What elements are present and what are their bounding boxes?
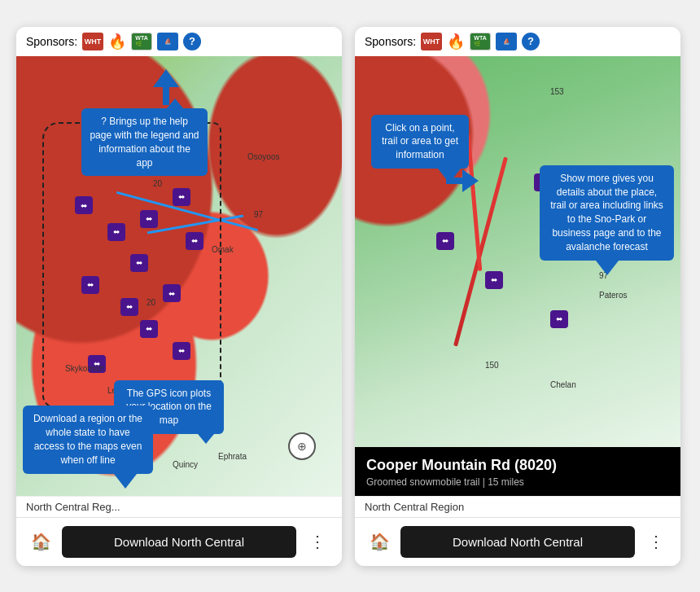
road-chelan: Chelan	[550, 380, 576, 389]
arrow-up-help	[153, 69, 179, 105]
road-label-osoyoos: Osoyoos	[247, 152, 279, 161]
sponsors-label-right: Sponsors:	[365, 35, 416, 48]
sponsor-forta-right: ⛵	[496, 33, 517, 50]
download-button-left[interactable]: Download North Central	[62, 526, 296, 558]
info-panel-right: Cooper Mountain Rd (8020) Groomed snowmo…	[355, 447, 680, 496]
sponsors-bar-right: Sponsors: WHT 🔥 WTA🌿 ⛵ ?	[355, 27, 680, 56]
home-button-right[interactable]: 🏠	[365, 527, 394, 556]
left-phone: Sponsors: WHT 🔥 WTA🌿 ⛵ ? 3 Osoyoos Omak …	[16, 27, 342, 566]
callout-click-right: Click on a point, trail or area to get i…	[371, 115, 469, 169]
callout-showmore-right: Show more gives you details about the pl…	[540, 165, 674, 261]
bottom-bar-right: 🏠 Download North Central ⋮	[355, 517, 680, 566]
arrow-left-trail	[446, 169, 479, 192]
sponsor-wht-right: WHT	[421, 33, 442, 50]
help-button-left[interactable]: ?	[183, 33, 201, 50]
sponsor-flame-left: 🔥	[108, 33, 126, 50]
sponsor-wht-left: WHT	[82, 33, 103, 50]
bottom-bar-left: 🏠 Download North Central ⋮	[16, 517, 342, 566]
trail-marker-r2[interactable]	[436, 232, 454, 250]
region-label-left: North Central Reg...	[16, 496, 342, 517]
callout-download-left: Download a region or the whole state to …	[23, 406, 153, 473]
home-button-left[interactable]: 🏠	[26, 527, 55, 556]
sponsor-wta-left: WTA🌿	[131, 33, 152, 50]
map-left[interactable]: 3 Osoyoos Omak 20 20 Skykomish Leavenwor…	[16, 56, 342, 496]
road-label-ephrata: Ephrata	[218, 452, 247, 461]
more-button-left[interactable]: ⋮	[303, 527, 332, 556]
right-phone: Sponsors: WHT 🔥 WTA🌿 ⛵ ? 153 153 97 150 …	[355, 27, 680, 566]
help-button-right[interactable]: ?	[522, 33, 540, 50]
trail-name: Cooper Mountain Rd (8020)	[366, 457, 557, 474]
sponsor-wta-right: WTA🌿	[470, 33, 491, 50]
road-153: 153	[550, 87, 564, 96]
road-97: 97	[254, 210, 263, 219]
road-label-20: 20	[147, 298, 155, 307]
trail-sub: Groomed snowmobile trail | 15 miles	[366, 476, 557, 488]
road-label-skykomish: Skykomish	[65, 364, 104, 373]
sponsor-forta-left: ⛵	[157, 33, 178, 50]
road-pateros: Pateros	[599, 291, 627, 300]
road-label-20b: 20	[153, 179, 162, 188]
sponsors-bar-left: Sponsors: WHT 🔥 WTA🌿 ⛵ ?	[16, 27, 342, 56]
road-label-quincy: Quincy	[173, 460, 198, 469]
callout-help-left: ? Brings up the help page with the legen…	[81, 108, 208, 176]
road-label-omak: Omak	[212, 245, 234, 254]
region-label-right: North Central Region	[355, 496, 680, 517]
more-button-right[interactable]: ⋮	[641, 527, 671, 556]
download-button-right[interactable]: Download North Central	[400, 526, 635, 558]
sponsors-label-left: Sponsors:	[26, 35, 77, 48]
trail-marker-r4[interactable]	[550, 310, 568, 328]
road-150: 150	[485, 361, 499, 370]
sponsor-flame-right: 🔥	[447, 33, 465, 50]
trail-marker-r3[interactable]	[485, 271, 503, 289]
map-right[interactable]: 153 153 97 150 Chelan Pateros Click on a…	[355, 56, 680, 447]
